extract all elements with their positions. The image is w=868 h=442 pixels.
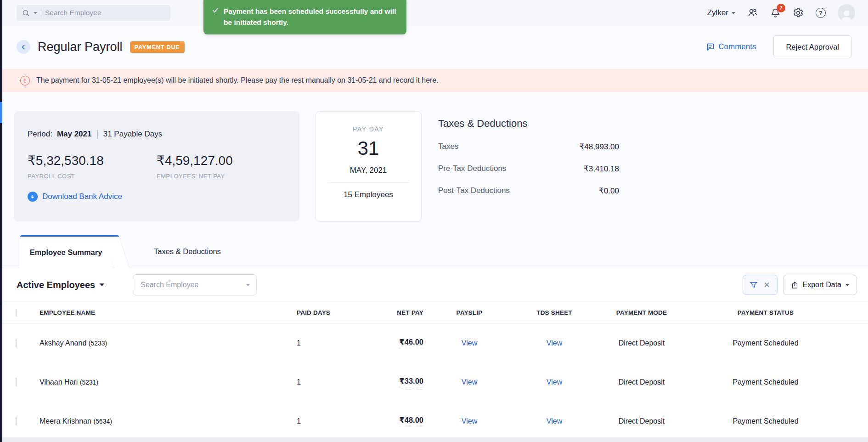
- settings-gear-icon[interactable]: [793, 7, 804, 18]
- payslip-view-link[interactable]: View: [462, 417, 477, 425]
- chevron-down-icon: [845, 284, 849, 286]
- tax-value: ₹0.00: [599, 186, 619, 196]
- amounts-row: ₹5,32,530.18 PAYROLL COST ₹4,59,127.00 E…: [28, 153, 286, 180]
- tab-bar: Employee Summary Taxes & Deductions: [0, 235, 868, 268]
- row-checkbox[interactable]: [16, 417, 17, 425]
- taxes-title: Taxes & Deductions: [438, 118, 619, 130]
- employee-summary-panel: Active Employees Search Employee ✕ Expor…: [0, 268, 868, 442]
- tds-view-link[interactable]: View: [547, 417, 562, 425]
- reject-approval-button[interactable]: Reject Approval: [773, 35, 851, 58]
- header-actions: Comments Reject Approval: [705, 35, 851, 58]
- table-row[interactable]: Akshay Anand (5233) 1 ₹46.00 View View D…: [0, 323, 868, 363]
- tax-row: Pre-Tax Deductions ₹3,410.18: [438, 164, 619, 174]
- payday-month-year: MAY, 2021: [316, 166, 421, 175]
- table-row[interactable]: Vihaan Hari (5231) 1 ₹33.00 View View Di…: [0, 363, 868, 402]
- chevron-down-icon: [246, 284, 250, 286]
- check-icon: [212, 6, 219, 28]
- employee-filter-label: Active Employees: [17, 280, 95, 290]
- net-pay-block: ₹4,59,127.00 EMPLOYEES' NET PAY: [157, 153, 286, 180]
- employee-name[interactable]: Akshay Anand: [39, 339, 86, 347]
- avatar[interactable]: [838, 4, 855, 22]
- search-icon: [22, 9, 30, 17]
- period-separator: |: [96, 129, 99, 139]
- net-pay-value: ₹4,59,127.00: [157, 153, 286, 168]
- paid-days: 1: [297, 378, 347, 386]
- row-checkbox[interactable]: [16, 378, 17, 386]
- period-line: Period: May 2021 | 31 Payable Days: [28, 129, 286, 139]
- chevron-down-icon: [732, 12, 735, 14]
- payment-status: Payment Scheduled: [690, 378, 841, 386]
- payroll-cost-block: ₹5,32,530.18 PAYROLL COST: [28, 153, 157, 180]
- tds-view-link[interactable]: View: [547, 378, 562, 386]
- tab-employee-summary[interactable]: Employee Summary: [20, 235, 112, 268]
- search-scope-caret-icon[interactable]: [34, 12, 37, 14]
- payday-employee-count: 15 Employees: [316, 190, 421, 199]
- col-payment-status: PAYMENT STATUS: [690, 309, 841, 316]
- tds-view-link[interactable]: View: [547, 339, 562, 347]
- payslip-view-link[interactable]: View: [462, 378, 477, 386]
- clear-filter-icon[interactable]: ✕: [763, 280, 770, 290]
- comments-button[interactable]: Comments: [705, 42, 756, 52]
- payment-mode: Direct Deposit: [593, 378, 690, 386]
- toolbar-right: ✕ Export Data: [743, 275, 857, 295]
- row-checkbox[interactable]: [16, 339, 17, 347]
- paid-days: 1: [297, 339, 347, 347]
- org-name: Zylker: [707, 8, 728, 17]
- filter-button[interactable]: ✕: [743, 275, 778, 295]
- table-row[interactable]: Meera Krishnan (5634) 1 ₹48.00 View View…: [0, 402, 868, 441]
- tax-value: ₹3,410.18: [584, 164, 619, 174]
- status-badge: PAYMENT DUE: [130, 41, 185, 53]
- employee-id: (5634): [93, 418, 112, 425]
- users-icon[interactable]: [747, 7, 758, 18]
- success-toast: Payment has been scheduled successfully …: [203, 0, 406, 34]
- alert-exclamation-icon: !: [20, 76, 30, 85]
- tab-label: Taxes & Deductions: [154, 247, 221, 256]
- employee-name[interactable]: Vihaan Hari: [39, 378, 78, 386]
- employee-search-placeholder: Search Employee: [141, 281, 198, 289]
- payroll-summary-card: Period: May 2021 | 31 Payable Days ₹5,32…: [14, 111, 299, 221]
- table-header-row: EMPLOYEE NAME PAID DAYS NET PAY PAYSLIP …: [0, 301, 868, 323]
- payday-day: 31: [316, 137, 421, 159]
- global-search-input[interactable]: Search Employee: [17, 5, 170, 21]
- summary-section: Period: May 2021 | 31 Payable Days ₹5,32…: [14, 111, 851, 221]
- comments-icon: [705, 42, 715, 52]
- export-label: Export Data: [803, 281, 841, 289]
- payment-status: Payment Scheduled: [690, 417, 841, 425]
- employee-search-select[interactable]: Search Employee: [133, 274, 257, 295]
- export-icon: [791, 281, 799, 289]
- tab-label: Employee Summary: [30, 248, 102, 257]
- net-pay: ₹48.00: [399, 416, 423, 426]
- page-header: Regular Payroll PAYMENT DUE Comments Rej…: [0, 30, 868, 63]
- employee-name[interactable]: Meera Krishnan: [39, 417, 91, 425]
- col-tds-sheet: TDS SHEET: [515, 309, 593, 316]
- search-placeholder: Search Employee: [45, 9, 101, 17]
- payment-status: Payment Scheduled: [690, 339, 841, 347]
- table-toolbar: Active Employees Search Employee ✕ Expor…: [0, 268, 868, 301]
- payday-divider: [327, 182, 409, 183]
- employee-status-filter[interactable]: Active Employees: [17, 280, 104, 290]
- payslip-view-link[interactable]: View: [462, 339, 477, 347]
- topbar: Search Employee Zylker 7 ?: [0, 0, 868, 26]
- select-all-checkbox[interactable]: [16, 309, 17, 317]
- alert-message: The payment for 31-05-21 employee(s) wil…: [36, 76, 439, 85]
- employee-id: (5231): [80, 379, 98, 386]
- select-all-cell: [16, 309, 39, 316]
- payment-mode: Direct Deposit: [593, 339, 690, 347]
- help-icon[interactable]: ?: [816, 8, 826, 18]
- payment-alert-bar: ! The payment for 31-05-21 employee(s) w…: [0, 69, 868, 92]
- payroll-cost-value: ₹5,32,530.18: [28, 153, 157, 168]
- download-bank-advice-link[interactable]: Download Bank Advice: [28, 192, 286, 202]
- chevron-down-icon: [100, 283, 104, 286]
- page-title: Regular Payroll: [38, 40, 123, 54]
- org-switcher[interactable]: Zylker: [707, 8, 735, 17]
- tab-taxes-deductions[interactable]: Taxes & Deductions: [154, 235, 221, 268]
- export-data-button[interactable]: Export Data: [783, 275, 857, 295]
- notifications-bell-icon[interactable]: 7: [770, 8, 781, 18]
- period-value: May 2021: [57, 130, 92, 139]
- toast-message: Payment has been scheduled successfully …: [224, 6, 397, 28]
- tax-label: Taxes: [438, 142, 458, 152]
- payday-label: PAY DAY: [316, 125, 421, 133]
- horizontal-scrollbar-track[interactable]: [2, 437, 868, 442]
- back-button[interactable]: [17, 40, 30, 54]
- nav-active-indicator: [0, 102, 2, 123]
